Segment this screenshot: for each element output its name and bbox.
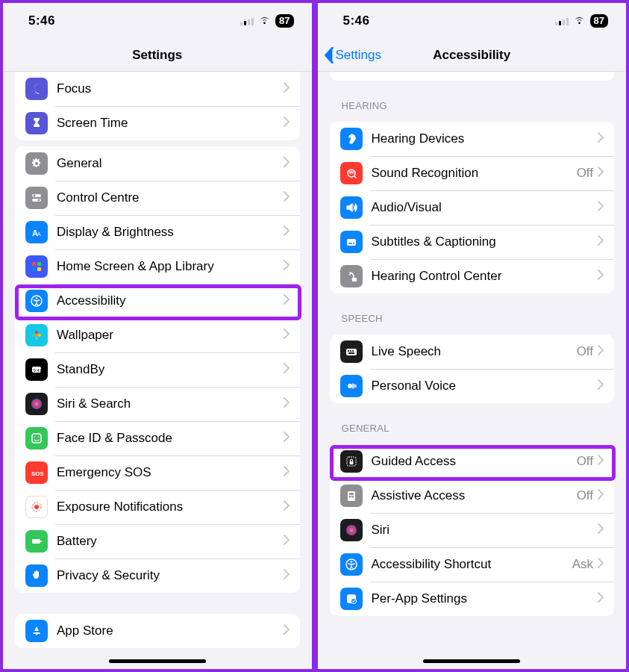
row-label: Control Centre <box>57 190 284 205</box>
row-label: Wallpaper <box>57 328 284 343</box>
svg-point-24 <box>34 505 39 509</box>
row-label: Guided Access <box>372 454 577 469</box>
svg-point-21 <box>34 436 36 438</box>
row-screen-time[interactable]: Screen Time <box>15 106 300 140</box>
svg-rect-6 <box>32 262 36 266</box>
page-title: Settings <box>132 48 182 63</box>
moon-icon <box>25 78 48 100</box>
row-sound-recognition[interactable]: Sound Recognition Off <box>330 156 615 190</box>
row-personal-voice[interactable]: Personal Voice <box>330 369 615 403</box>
row-label: Face ID & Passcode <box>57 431 284 446</box>
row-face-id-passcode[interactable]: Face ID & Passcode <box>15 421 300 455</box>
row-battery[interactable]: Battery <box>15 524 300 559</box>
chevron-right-icon <box>598 345 604 358</box>
svg-rect-37 <box>348 352 354 354</box>
row-label: Per-App Settings <box>372 591 598 606</box>
soundrec-icon <box>340 162 363 184</box>
chevron-right-icon <box>598 201 604 214</box>
row-label: Home Screen & App Library <box>57 259 284 274</box>
row-label: Assistive Access <box>372 488 577 503</box>
row-accessibility-shortcut[interactable]: Accessibility Shortcut Ask <box>330 547 615 582</box>
svg-rect-34 <box>348 350 349 352</box>
row-label: Live Speech <box>372 344 577 359</box>
chevron-right-icon <box>284 116 290 130</box>
flower-icon <box>25 324 48 346</box>
back-button[interactable]: Settings <box>324 47 381 63</box>
faceid-icon <box>25 427 48 449</box>
row-assistive-access[interactable]: Assistive Access Off <box>330 479 615 513</box>
row-display-brightness[interactable]: AA Display & Brightness <box>15 215 300 249</box>
keyboard-icon <box>340 340 363 363</box>
row-label: General <box>57 156 284 171</box>
status-time: 5:46 <box>343 13 370 28</box>
svg-rect-27 <box>41 541 43 542</box>
chevron-right-icon <box>284 624 290 638</box>
chevron-right-icon <box>284 500 290 514</box>
row-exposure-notifications[interactable]: Exposure Notifications <box>15 490 300 524</box>
row-standby[interactable]: 9:41 StandBy <box>15 352 300 387</box>
row-label: Subtitles & Captioning <box>372 234 598 249</box>
svg-point-3 <box>38 199 40 202</box>
svg-rect-32 <box>352 278 357 281</box>
row-subtitles-captioning[interactable]: Subtitles & Captioning <box>330 225 615 259</box>
chevron-right-icon <box>284 535 290 548</box>
siri-icon <box>25 393 48 415</box>
row-privacy-security[interactable]: Privacy & Security <box>15 559 300 593</box>
svg-point-12 <box>35 334 38 337</box>
row-focus[interactable]: Focus <box>15 72 300 106</box>
row-hearing-devices[interactable]: Hearing Devices <box>330 122 615 156</box>
row-detail: Off <box>577 166 593 181</box>
home-indicator[interactable] <box>423 659 520 663</box>
row-hearing-control-center[interactable]: Hearing Control Center <box>330 259 615 293</box>
row-app-store[interactable]: App Store <box>15 614 300 648</box>
row-emergency-sos[interactable]: SOS Emergency SOS <box>15 455 300 490</box>
svg-rect-40 <box>349 461 353 464</box>
assist-icon <box>340 485 363 507</box>
row-label: App Store <box>57 623 284 638</box>
chevron-right-icon <box>284 294 290 308</box>
svg-point-45 <box>346 525 357 535</box>
row-label: StandBy <box>57 362 284 377</box>
row-wallpaper[interactable]: Wallpaper <box>15 318 300 352</box>
row-siri[interactable]: Siri <box>330 513 615 547</box>
chevron-right-icon <box>598 379 604 393</box>
svg-rect-33 <box>346 349 357 355</box>
row-control-centre[interactable]: Control Centre <box>15 181 300 215</box>
status-bar: 5:46 87 <box>3 3 312 39</box>
row-per-app-settings[interactable]: Per-App Settings <box>330 582 615 616</box>
accessibility-list[interactable]: HEARING Hearing Devices Sound Recognitio… <box>318 72 627 669</box>
chevron-right-icon <box>284 432 290 445</box>
row-live-speech[interactable]: Live Speech Off <box>330 335 615 369</box>
status-time: 5:46 <box>28 13 55 28</box>
svg-text:9:41: 9:41 <box>34 368 43 373</box>
ear-icon <box>340 128 363 150</box>
row-label: Emergency SOS <box>57 465 284 480</box>
sos-icon: SOS <box>25 461 48 484</box>
siri-icon <box>340 519 363 541</box>
status-bar: 5:46 87 <box>318 3 627 39</box>
home-indicator[interactable] <box>109 659 206 663</box>
accessibility-icon <box>340 553 363 576</box>
settings-list[interactable]: Focus Screen Time General Control Centre… <box>3 72 312 669</box>
subtitle-icon <box>340 231 363 253</box>
row-audio-visual[interactable]: Audio/Visual <box>330 190 615 225</box>
svg-rect-41 <box>348 491 355 501</box>
svg-text:A: A <box>37 231 41 237</box>
chevron-right-icon <box>598 270 604 283</box>
row-guided-access[interactable]: Guided Access Off <box>330 444 615 479</box>
row-label: Siri <box>372 523 598 538</box>
row-home-screen-app-library[interactable]: Home Screen & App Library <box>15 249 300 284</box>
battery-icon <box>25 530 48 553</box>
clock-icon: 9:41 <box>25 358 48 381</box>
svg-point-22 <box>38 436 40 438</box>
row-label: Screen Time <box>57 116 284 131</box>
row-accessibility[interactable]: Accessibility <box>15 284 300 318</box>
voice-icon <box>340 375 363 397</box>
row-general[interactable]: General <box>15 146 300 181</box>
row-siri-search[interactable]: Siri & Search <box>15 387 300 421</box>
svg-point-47 <box>350 561 352 563</box>
svg-rect-42 <box>349 493 354 495</box>
section-header: GENERAL <box>318 409 627 438</box>
row-detail: Off <box>577 488 593 503</box>
chevron-right-icon <box>598 558 604 571</box>
